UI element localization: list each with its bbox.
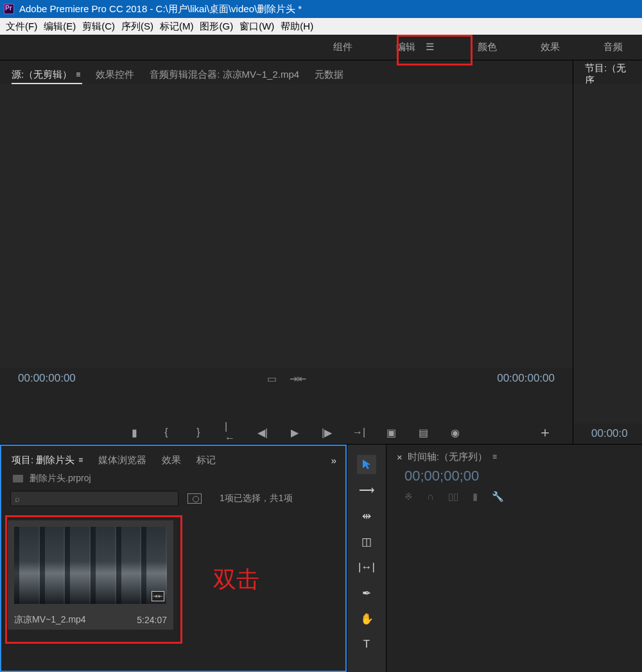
source-time-row: 00:00:00:00 ▭ ⇥⇤ 00:00:00:00	[0, 368, 573, 389]
program-panel-tabs: 节目:（无序	[573, 60, 642, 84]
title-bar: Adobe Premiere Pro CC 2018 - C:\用户\likai…	[0, 0, 642, 18]
marker-icon[interactable]: ▮	[128, 427, 140, 438]
workspace-bar: 组件 编辑 ☰ 颜色 效果 音频	[0, 35, 642, 60]
upper-panel-area: 源:（无剪辑） ≡ 效果控件 音频剪辑混合器: 凉凉MV~1_2.mp4 元数据…	[0, 60, 642, 445]
window-title: Adobe Premiere Pro CC 2018 - C:\用户\likai…	[19, 3, 302, 15]
tab-project[interactable]: 项目: 删除片头 ≡	[12, 454, 83, 466]
razor-tool[interactable]: ◫	[357, 532, 376, 551]
annotation-label: 双击	[213, 564, 259, 596]
clip-item[interactable]: ⇥⇤ 凉凉MV~1_2.mp4 5:24:07	[8, 520, 173, 630]
source-in-timecode[interactable]: 00:00:00:00	[18, 372, 76, 385]
app-icon	[4, 4, 14, 14]
hamburger-icon[interactable]: ≡	[492, 452, 497, 461]
workspace-effects[interactable]: 效果	[541, 41, 560, 53]
timeline-toolbar: ※ ∩ ▯▯ ▮ 🔧	[386, 487, 642, 506]
arrows-icon[interactable]: ⇥⇤	[290, 373, 306, 385]
source-playbar[interactable]	[0, 389, 573, 421]
ripple-edit-tool[interactable]: ⇹	[357, 506, 376, 526]
source-panel-tabs: 源:（无剪辑） ≡ 效果控件 音频剪辑混合器: 凉凉MV~1_2.mp4 元数据	[0, 60, 573, 84]
overwrite-icon[interactable]: ▤	[417, 427, 429, 438]
project-filename-row: 删除片头.prproj	[1, 469, 345, 488]
pen-tool[interactable]: ✒	[357, 583, 376, 603]
menu-window[interactable]: 窗口(W)	[236, 21, 277, 33]
selection-tool[interactable]	[357, 455, 376, 474]
menu-graphics[interactable]: 图形(G)	[196, 21, 236, 33]
insert-icon[interactable]: ▣	[385, 427, 397, 438]
selection-status: 1项已选择，共1项	[220, 493, 293, 504]
menu-help[interactable]: 帮助(H)	[277, 21, 317, 33]
source-monitor-panel: 源:（无剪辑） ≡ 效果控件 音频剪辑混合器: 凉凉MV~1_2.mp4 元数据…	[0, 60, 573, 444]
program-time-row: 00:00:0	[573, 423, 642, 444]
search-icon: ⌕	[15, 494, 20, 504]
timeline-title[interactable]: 时间轴:（无序列）	[408, 451, 487, 463]
clip-meta: 凉凉MV~1_2.mp4 5:24:07	[8, 610, 173, 630]
marker-icon[interactable]: ▮	[473, 491, 478, 502]
clip-type-icon: ⇥⇤	[152, 591, 164, 601]
tab-source[interactable]: 源:（无剪辑） ≡	[12, 69, 80, 81]
step-back-icon[interactable]: ◀|	[257, 427, 268, 438]
menu-edit[interactable]: 编辑(E)	[40, 21, 79, 33]
menu-bar: 文件(F) 编辑(E) 剪辑(C) 序列(S) 标记(M) 图形(G) 窗口(W…	[0, 18, 642, 35]
close-icon[interactable]: ×	[397, 452, 403, 463]
clip-thumbnail[interactable]: ⇥⇤	[8, 520, 173, 610]
source-out-timecode[interactable]: 00:00:00:00	[497, 372, 555, 385]
fit-icon[interactable]: ▭	[267, 373, 277, 385]
tab-effect-controls[interactable]: 效果控件	[96, 69, 134, 81]
workspace-assembly[interactable]: 组件	[333, 41, 352, 53]
project-panel: 项目: 删除片头 ≡ 媒体浏览器 效果 标记 » 删除片头.prproj ⌕ 1…	[0, 445, 347, 672]
source-transport-controls: ▮ { } |← ◀| ▶ |▶ →| ▣ ▤ ◉ ＋	[0, 421, 573, 444]
more-tabs-icon[interactable]: »	[331, 455, 336, 466]
menu-marker[interactable]: 标记(M)	[157, 21, 197, 33]
menu-clip[interactable]: 剪辑(C)	[79, 21, 118, 33]
magnet-icon[interactable]: ∩	[427, 491, 434, 502]
step-forward-icon[interactable]: |▶	[321, 427, 333, 438]
program-viewer[interactable]	[573, 84, 642, 423]
lower-panel-area: 项目: 删除片头 ≡ 媒体浏览器 效果 标记 » 删除片头.prproj ⌕ 1…	[0, 445, 642, 672]
hamburger-icon[interactable]: ☰	[426, 41, 434, 52]
source-viewer[interactable]	[0, 84, 573, 368]
timeline-header: × 时间轴:（无序列） ≡	[386, 445, 642, 465]
track-select-tool[interactable]: ⟶	[357, 481, 376, 500]
linked-selection-icon[interactable]: ▯▯	[448, 491, 458, 502]
settings-icon[interactable]: 🔧	[492, 491, 504, 502]
workspace-editing[interactable]: 编辑 ☰	[396, 41, 434, 53]
tab-audio-clip-mixer[interactable]: 音频剪辑混合器: 凉凉MV~1_2.mp4	[150, 69, 299, 81]
timeline-timecode[interactable]: 00;00;00;00	[386, 465, 642, 487]
go-to-in-icon[interactable]: |←	[225, 427, 236, 438]
project-search-row: ⌕ 1项已选择，共1项	[1, 488, 345, 509]
in-bracket-icon[interactable]: {	[160, 427, 172, 438]
project-bin-area[interactable]: ⇥⇤ 凉凉MV~1_2.mp4 5:24:07 双击	[1, 509, 345, 671]
hamburger-icon[interactable]: ≡	[76, 70, 80, 79]
snap-icon[interactable]: ※	[404, 491, 413, 502]
project-filename: 删除片头.prproj	[30, 473, 91, 484]
type-tool[interactable]: T	[357, 635, 376, 654]
add-button-icon[interactable]: ＋	[538, 423, 552, 442]
camera-icon[interactable]	[187, 493, 202, 504]
tab-metadata[interactable]: 元数据	[315, 69, 343, 81]
search-input[interactable]: ⌕	[10, 491, 178, 506]
menu-file[interactable]: 文件(F)	[3, 21, 40, 33]
timeline-panel: × 时间轴:（无序列） ≡ 00;00;00;00 ※ ∩ ▯▯ ▮ 🔧	[386, 445, 642, 672]
tab-markers[interactable]: 标记	[196, 454, 216, 466]
export-frame-icon[interactable]: ◉	[449, 427, 461, 438]
hand-tool[interactable]: ✋	[357, 609, 376, 628]
out-bracket-icon[interactable]: }	[193, 427, 204, 438]
play-icon[interactable]: ▶	[289, 427, 300, 438]
workspace-audio[interactable]: 音频	[603, 41, 623, 53]
tab-effects[interactable]: 效果	[162, 454, 181, 466]
menu-sequence[interactable]: 序列(S)	[118, 21, 157, 33]
go-to-out-icon[interactable]: →|	[353, 427, 365, 438]
clip-name: 凉凉MV~1_2.mp4	[14, 614, 86, 626]
tab-media-browser[interactable]: 媒体浏览器	[98, 454, 146, 466]
clip-duration: 5:24:07	[137, 615, 167, 625]
folder-icon	[13, 475, 23, 482]
program-timecode[interactable]: 00:00:0	[591, 427, 628, 440]
project-panel-tabs: 项目: 删除片头 ≡ 媒体浏览器 效果 标记 »	[1, 446, 345, 469]
tool-palette: ⟶ ⇹ ◫ |↔| ✒ ✋ T	[347, 445, 386, 672]
workspace-color[interactable]: 颜色	[478, 41, 497, 53]
hamburger-icon[interactable]: ≡	[78, 455, 83, 464]
program-monitor-panel: 节目:（无序 00:00:0	[573, 60, 642, 444]
slip-tool[interactable]: |↔|	[357, 558, 376, 577]
